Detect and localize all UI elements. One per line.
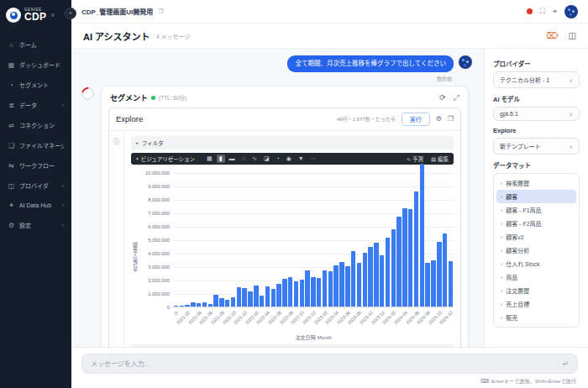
bar[interactable]	[345, 266, 349, 307]
bar[interactable]	[374, 243, 378, 307]
run-button[interactable]: 実行	[402, 113, 430, 126]
datamart-item[interactable]: ›顧客 - F1商品	[496, 203, 576, 217]
sidebar-item-settings[interactable]: ⚙設定›	[3, 215, 68, 235]
edit-button[interactable]: ▤ 編集	[431, 155, 449, 163]
map-icon[interactable]: ◉	[284, 155, 294, 163]
bar[interactable]	[437, 242, 441, 307]
message-input[interactable]	[91, 360, 555, 368]
bar[interactable]	[225, 300, 229, 307]
bar[interactable]	[425, 263, 429, 307]
bar[interactable]	[391, 229, 396, 307]
bar[interactable]	[305, 270, 309, 307]
bar[interactable]	[351, 251, 355, 307]
datamart-item[interactable]: ›顧客分析	[496, 244, 576, 257]
datamart-item[interactable]: ›注文履歴	[496, 284, 576, 297]
bar[interactable]	[185, 305, 189, 307]
bar[interactable]	[368, 247, 372, 307]
scatter-chart-icon[interactable]: ∴	[239, 155, 248, 163]
bar[interactable]	[449, 261, 453, 307]
column-chart-icon[interactable]: ▬	[227, 155, 238, 162]
expand-icon[interactable]: ⤢	[454, 93, 459, 102]
refresh-icon[interactable]: ⟳	[439, 93, 446, 102]
crosshair-icon[interactable]: ⌖	[553, 7, 557, 16]
bar[interactable]	[288, 277, 292, 307]
pie-chart-icon[interactable]: ◔	[274, 155, 282, 162]
clear-chat-icon[interactable]: ⌦	[546, 31, 558, 40]
provider-select[interactable]: テクニカル分析 - 1 ∨	[493, 71, 580, 88]
sidebar-item-ai-data-hub[interactable]: ✦AI Data Hub›	[3, 196, 68, 215]
bar[interactable]	[197, 303, 201, 307]
copy-icon[interactable]: ❐	[158, 8, 163, 15]
datamart-item[interactable]: ›検索履歴	[496, 176, 576, 190]
sidebar-item-connection[interactable]: ⇌コネクション	[3, 115, 68, 135]
panel-toggle-icon[interactable]: ◫	[569, 31, 576, 40]
bar[interactable]	[443, 233, 447, 307]
bar[interactable]	[202, 302, 207, 307]
bar[interactable]	[323, 270, 327, 307]
bar[interactable]	[174, 306, 178, 307]
fullscreen-icon[interactable]: ⛶	[540, 7, 545, 16]
bar[interactable]	[386, 238, 390, 307]
bar[interactable]	[219, 298, 223, 307]
sidebar-item-home[interactable]: ⌂ホーム	[3, 34, 68, 55]
bar[interactable]	[294, 281, 298, 307]
sidebar-item-workflow[interactable]: ⇆ワークフロー	[3, 155, 68, 176]
datamart-item[interactable]: ›商品	[496, 270, 576, 284]
bar[interactable]	[317, 278, 321, 306]
bar[interactable]	[180, 306, 184, 307]
bar[interactable]	[380, 255, 384, 307]
sidebar-item-provider[interactable]: ◫プロバイダ›	[3, 176, 68, 196]
bar[interactable]	[276, 284, 281, 306]
datamart-item[interactable]: ›販売	[496, 311, 576, 324]
more-icon[interactable]: ⋯	[308, 155, 319, 163]
bar[interactable]	[333, 265, 338, 307]
bar[interactable]	[260, 296, 264, 307]
line-chart-icon[interactable]: ∿	[249, 155, 260, 163]
datamart-item[interactable]: ›仕入れ Stock	[496, 257, 576, 270]
bar[interactable]	[242, 288, 246, 307]
bar[interactable]	[237, 287, 241, 307]
bar[interactable]	[254, 286, 258, 307]
datamart-item[interactable]: ›顧客v2	[496, 230, 576, 244]
sidebar-item-file-manager[interactable]: ❏ファイルマネージャー	[3, 135, 68, 155]
sidebar-item-segment[interactable]: ◔セグメント	[3, 75, 68, 95]
bar[interactable]	[431, 260, 435, 307]
brand[interactable]: GENIEE CDP ∨	[0, 0, 71, 33]
enter-icon[interactable]: ↵	[562, 359, 569, 368]
bar[interactable]	[208, 304, 213, 307]
bar-chart-icon[interactable]: ▮	[217, 155, 225, 163]
bar[interactable]	[311, 277, 315, 307]
model-select[interactable]: gpt-5.1 ∨	[493, 107, 580, 121]
folder-icon[interactable]: ❐	[448, 115, 454, 123]
bar[interactable]	[271, 289, 276, 307]
datamart-item[interactable]: ›顧客	[496, 190, 576, 203]
bar[interactable]	[396, 217, 401, 307]
bar[interactable]	[408, 209, 412, 307]
sidebar-collapse-button[interactable]: ‹	[65, 8, 76, 19]
gear-icon[interactable]: ⚙	[436, 115, 442, 123]
bar[interactable]	[300, 280, 304, 307]
bar[interactable]	[231, 297, 235, 307]
bar[interactable]	[328, 271, 333, 307]
bar[interactable]	[357, 263, 361, 307]
bar[interactable]	[420, 164, 424, 307]
bar[interactable]	[191, 302, 195, 306]
bar[interactable]	[363, 253, 367, 307]
area-chart-icon[interactable]: ◪	[261, 155, 272, 163]
sidebar-item-data[interactable]: ≣データ›	[3, 95, 68, 115]
bar[interactable]	[402, 208, 407, 307]
funnel-icon[interactable]: ▼	[296, 155, 307, 162]
datamart-item[interactable]: ›顧客 - F2商品	[496, 217, 576, 230]
bar[interactable]	[339, 262, 344, 307]
visualization-toggle[interactable]: ▾ ビジュアリゼーション	[136, 155, 195, 163]
info-icon[interactable]: ⓘ	[113, 136, 120, 347]
filter-section-toggle[interactable]: ▸ フィルタ	[131, 136, 454, 149]
bar[interactable]	[213, 295, 218, 306]
bar[interactable]	[414, 191, 418, 307]
bar[interactable]	[282, 279, 286, 307]
explore-select[interactable]: 新テンプレート ∨	[493, 138, 580, 155]
table-icon[interactable]: ▦	[204, 155, 215, 163]
user-avatar[interactable]	[564, 5, 578, 18]
forecast-button[interactable]: ∿ 予測	[407, 155, 423, 163]
datamart-item[interactable]: ›売上目標	[496, 297, 576, 311]
